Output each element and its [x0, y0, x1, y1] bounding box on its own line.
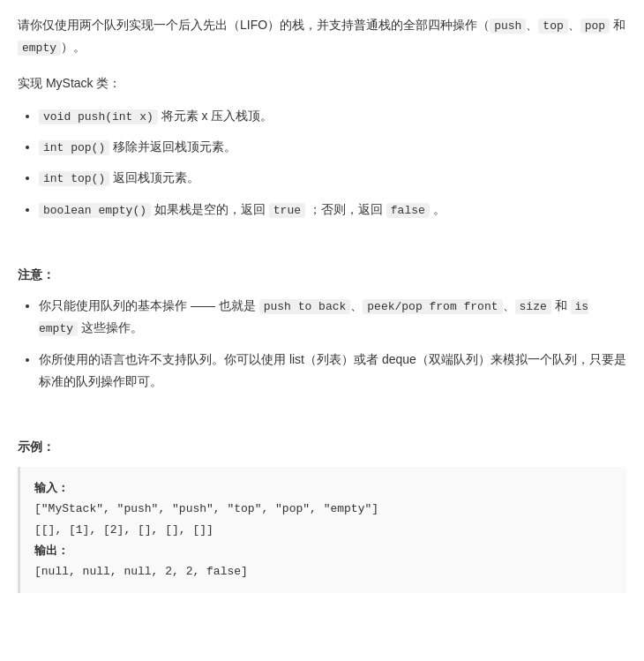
- output-label: 输出：: [34, 544, 69, 557]
- push-to-back-code: push to back: [259, 299, 351, 314]
- methods-list: void push(int x) 将元素 x 压入栈顶。 int pop() 移…: [18, 105, 626, 222]
- example-section: 示例： 输入： ["MyStack", "push", "push", "top…: [18, 437, 626, 593]
- false-value: false: [386, 203, 430, 218]
- peek-pop-front-code: peek/pop from front: [363, 299, 502, 314]
- input-line1: ["MyStack", "push", "push", "top", "pop"…: [34, 502, 378, 515]
- note1-text-pre: 你只能使用队列的基本操作 —— 也就是: [39, 298, 259, 312]
- intro-empty-code: empty: [18, 41, 61, 56]
- note-section: 注意： 你只能使用队列的基本操作 —— 也就是 push to back、pee…: [18, 265, 626, 393]
- implement-title: 实现 MyStack 类：: [18, 73, 626, 94]
- method-pop: int pop() 移除并返回栈顶元素。: [39, 136, 626, 158]
- empty-desc-pre: 如果栈是空的，返回: [154, 202, 269, 216]
- note1-sep2: 、: [503, 298, 515, 312]
- intro-text-end: ）。: [61, 40, 86, 54]
- note-title: 注意：: [18, 265, 626, 286]
- note-item-1: 你只能使用队列的基本操作 —— 也就是 push to back、peek/po…: [39, 295, 626, 340]
- pop-signature: int pop(): [39, 140, 109, 155]
- intro-paragraph: 请你仅使用两个队列实现一个后入先出（LIFO）的栈，并支持普通栈的全部四种操作（…: [18, 14, 626, 59]
- note-item-2: 你所使用的语言也许不支持队列。你可以使用 list（列表）或者 deque（双端…: [39, 349, 626, 393]
- notes-list: 你只能使用队列的基本操作 —— 也就是 push to back、peek/po…: [18, 295, 626, 393]
- intro-push-code: push: [490, 19, 526, 34]
- size-code: size: [515, 299, 551, 314]
- note2-text: 你所使用的语言也许不支持队列。你可以使用 list（列表）或者 deque（双端…: [39, 352, 626, 388]
- empty-signature: boolean empty(): [39, 203, 151, 218]
- example-box: 输入： ["MyStack", "push", "push", "top", "…: [18, 467, 626, 593]
- empty-desc-end: 。: [430, 202, 446, 216]
- intro-pop-code: pop: [580, 19, 610, 34]
- note1-text-end: 这些操作。: [78, 320, 143, 334]
- true-value: true: [269, 203, 305, 218]
- note1-sep1: 、: [350, 298, 363, 312]
- top-signature: int top(): [39, 171, 109, 186]
- push-signature: void push(int x): [39, 109, 158, 124]
- output-line: [null, null, null, 2, 2, false]: [34, 565, 248, 578]
- top-description: 返回栈顶元素。: [113, 170, 199, 184]
- intro-text-start: 请你仅使用两个队列实现一个后入先出（LIFO）的栈，并支持普通栈的全部四种操作（: [18, 18, 490, 32]
- input-label: 输入：: [34, 481, 69, 494]
- empty-desc-mid: ；否则，返回: [305, 202, 386, 216]
- method-top: int top() 返回栈顶元素。: [39, 167, 626, 189]
- note1-text-mid: 和: [551, 298, 571, 312]
- method-empty: boolean empty() 如果栈是空的，返回 true ；否则，返回 fa…: [39, 199, 626, 221]
- push-description: 将元素 x 压入栈顶。: [161, 109, 273, 123]
- pop-description: 移除并返回栈顶元素。: [113, 139, 236, 154]
- intro-top-code: top: [538, 19, 567, 34]
- example-title: 示例：: [18, 437, 626, 458]
- input-line2: [[], [1], [2], [], [], []]: [34, 523, 213, 537]
- method-push: void push(int x) 将元素 x 压入栈顶。: [39, 105, 626, 127]
